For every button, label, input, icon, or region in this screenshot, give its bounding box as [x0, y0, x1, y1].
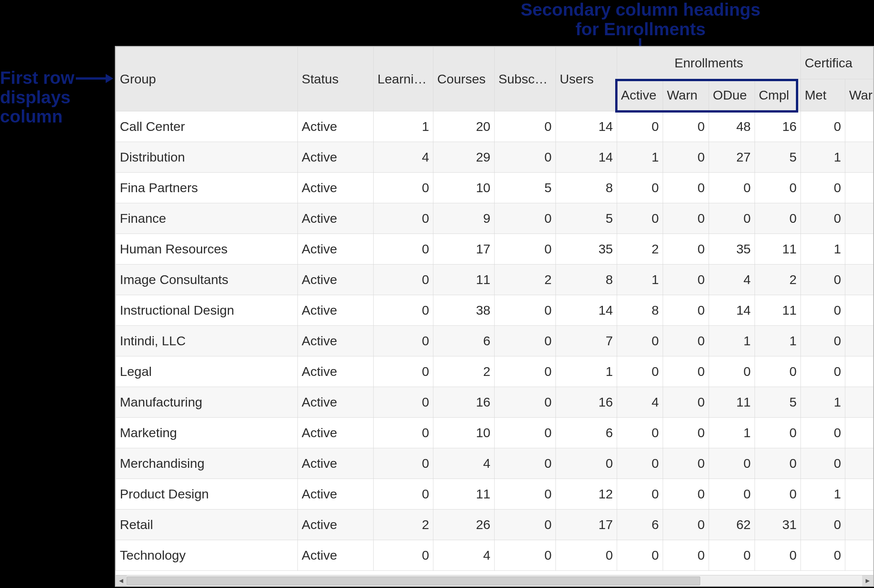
cell-group[interactable]: Technology	[116, 540, 298, 571]
cell-group[interactable]: Product Design	[116, 479, 298, 510]
col-courses[interactable]: Courses	[433, 47, 495, 111]
cell-cert-met[interactable]: 0	[801, 111, 845, 142]
cell-cert-warn[interactable]	[845, 356, 873, 387]
cell-enr-active[interactable]: 0	[617, 173, 663, 203]
cell-enr-cmpl[interactable]: 0	[755, 418, 801, 448]
cell-enr-odue[interactable]: 0	[709, 356, 755, 387]
cell-group[interactable]: Distribution	[116, 142, 298, 173]
cell-enr-cmpl[interactable]: 5	[755, 387, 801, 418]
cell-enr-warn[interactable]: 0	[663, 234, 709, 265]
cell-cert-warn[interactable]	[845, 173, 873, 203]
cell-enr-active[interactable]: 1	[617, 265, 663, 295]
cell-enr-warn[interactable]: 0	[663, 387, 709, 418]
cell-enr-active[interactable]: 2	[617, 234, 663, 265]
col-learning[interactable]: Learnin…	[374, 47, 433, 111]
cell-enr-cmpl[interactable]: 1	[755, 326, 801, 356]
cell-group[interactable]: Merchandising	[116, 448, 298, 479]
cell-group[interactable]: Fina Partners	[116, 173, 298, 203]
cell-cert-met[interactable]: 0	[801, 326, 845, 356]
cell-enr-warn[interactable]: 0	[663, 448, 709, 479]
scroll-left-button[interactable]: ◄	[116, 575, 127, 586]
cell-enr-odue[interactable]: 11	[709, 387, 755, 418]
cell-enr-warn[interactable]: 0	[663, 540, 709, 571]
cell-enr-active[interactable]: 6	[617, 510, 663, 540]
cell-enr-cmpl[interactable]: 11	[755, 234, 801, 265]
cell-enr-cmpl[interactable]: 0	[755, 356, 801, 387]
scroll-track[interactable]	[127, 575, 862, 586]
col-status[interactable]: Status	[298, 47, 374, 111]
cell-enr-odue[interactable]: 27	[709, 142, 755, 173]
cell-cert-warn[interactable]	[845, 418, 873, 448]
cell-cert-met[interactable]: 0	[801, 448, 845, 479]
cell-cert-met[interactable]: 0	[801, 356, 845, 387]
cell-cert-met[interactable]: 1	[801, 142, 845, 173]
cell-cert-met[interactable]: 0	[801, 295, 845, 326]
cell-enr-cmpl[interactable]: 0	[755, 173, 801, 203]
cell-enr-warn[interactable]: 0	[663, 173, 709, 203]
col-enrollments-group[interactable]: Enrollments	[617, 47, 801, 79]
cell-group[interactable]: Legal	[116, 356, 298, 387]
col-enr-active[interactable]: Active	[617, 79, 663, 111]
cell-group[interactable]: Intindi, LLC	[116, 326, 298, 356]
cell-enr-active[interactable]: 0	[617, 418, 663, 448]
cell-group[interactable]: Human Resources	[116, 234, 298, 265]
col-enr-odue[interactable]: ODue	[709, 79, 755, 111]
cell-cert-met[interactable]: 0	[801, 265, 845, 295]
cell-group[interactable]: Finance	[116, 203, 298, 234]
cell-enr-cmpl[interactable]: 2	[755, 265, 801, 295]
cell-enr-active[interactable]: 0	[617, 479, 663, 510]
scroll-thumb[interactable]	[127, 577, 700, 585]
cell-enr-active[interactable]: 4	[617, 387, 663, 418]
cell-enr-cmpl[interactable]: 0	[755, 479, 801, 510]
cell-group[interactable]: Manufacturing	[116, 387, 298, 418]
cell-cert-met[interactable]: 1	[801, 479, 845, 510]
cell-enr-warn[interactable]: 0	[663, 142, 709, 173]
cell-enr-odue[interactable]: 0	[709, 479, 755, 510]
cell-enr-odue[interactable]: 35	[709, 234, 755, 265]
cell-enr-odue[interactable]: 1	[709, 418, 755, 448]
cell-enr-active[interactable]: 0	[617, 448, 663, 479]
cell-enr-warn[interactable]: 0	[663, 326, 709, 356]
cell-group[interactable]: Instructional Design	[116, 295, 298, 326]
cell-enr-warn[interactable]: 0	[663, 418, 709, 448]
cell-enr-active[interactable]: 0	[617, 356, 663, 387]
col-cert-met[interactable]: Met	[801, 79, 845, 111]
cell-cert-met[interactable]: 0	[801, 173, 845, 203]
cell-enr-active[interactable]: 0	[617, 203, 663, 234]
cell-group[interactable]: Image Consultants	[116, 265, 298, 295]
cell-cert-met[interactable]: 0	[801, 203, 845, 234]
cell-enr-odue[interactable]: 4	[709, 265, 755, 295]
cell-enr-warn[interactable]: 0	[663, 265, 709, 295]
cell-enr-odue[interactable]: 0	[709, 173, 755, 203]
cell-cert-warn[interactable]	[845, 540, 873, 571]
cell-enr-warn[interactable]: 0	[663, 111, 709, 142]
cell-enr-active[interactable]: 1	[617, 142, 663, 173]
cell-enr-warn[interactable]: 0	[663, 203, 709, 234]
col-group[interactable]: Group	[116, 47, 298, 111]
cell-enr-odue[interactable]: 0	[709, 448, 755, 479]
cell-group[interactable]: Marketing	[116, 418, 298, 448]
cell-enr-warn[interactable]: 0	[663, 295, 709, 326]
cell-enr-odue[interactable]: 0	[709, 203, 755, 234]
cell-enr-cmpl[interactable]: 31	[755, 510, 801, 540]
cell-cert-warn[interactable]	[845, 295, 873, 326]
cell-enr-warn[interactable]: 0	[663, 510, 709, 540]
cell-cert-warn[interactable]	[845, 448, 873, 479]
cell-enr-odue[interactable]: 14	[709, 295, 755, 326]
cell-cert-warn[interactable]	[845, 111, 873, 142]
col-enr-cmpl[interactable]: Cmpl	[755, 79, 801, 111]
cell-enr-odue[interactable]: 48	[709, 111, 755, 142]
cell-group[interactable]: Call Center	[116, 111, 298, 142]
cell-enr-cmpl[interactable]: 0	[755, 540, 801, 571]
cell-cert-warn[interactable]	[845, 203, 873, 234]
cell-cert-met[interactable]: 0	[801, 418, 845, 448]
cell-cert-warn[interactable]	[845, 326, 873, 356]
cell-cert-warn[interactable]	[845, 479, 873, 510]
cell-enr-cmpl[interactable]: 11	[755, 295, 801, 326]
cell-enr-odue[interactable]: 0	[709, 540, 755, 571]
cell-cert-met[interactable]: 1	[801, 234, 845, 265]
cell-enr-active[interactable]: 0	[617, 540, 663, 571]
cell-cert-met[interactable]: 1	[801, 387, 845, 418]
col-enr-warn[interactable]: Warn	[663, 79, 709, 111]
col-certifications-group[interactable]: Certifica	[801, 47, 873, 79]
